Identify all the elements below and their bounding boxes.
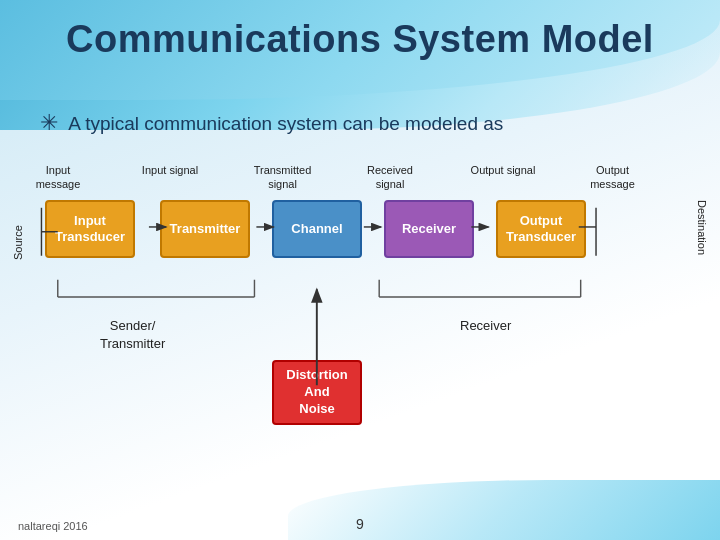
box-receiver: Receiver: [384, 200, 474, 258]
label-received-signal: Received signal: [355, 163, 425, 192]
box-output-transducer: Output Transducer: [496, 200, 586, 258]
label-input-message: Input message: [28, 163, 88, 192]
label-sender-transmitter: Sender/Transmitter: [100, 317, 165, 353]
footer-left: naltareqi 2016: [18, 520, 88, 532]
label-source: Source: [12, 200, 24, 260]
slide: Communications System Model ✳ A typical …: [0, 0, 720, 540]
subtitle-text: A typical communication system can be mo…: [68, 113, 503, 134]
box-input-transducer: Input Transducer: [45, 200, 135, 258]
label-input-signal: Input signal: [140, 163, 200, 177]
footer-page: 9: [356, 516, 364, 532]
bullet-icon: ✳: [40, 110, 58, 135]
box-channel: Channel: [272, 200, 362, 258]
label-receiver-bottom: Receiver: [460, 317, 511, 335]
slide-title: Communications System Model: [0, 18, 720, 61]
diagram-area: Input message Input signal Transmitted s…: [10, 155, 710, 510]
label-output-message: Output message: [575, 163, 650, 192]
box-transmitter: Transmitter: [160, 200, 250, 258]
label-output-signal: Output signal: [468, 163, 538, 177]
subtitle: ✳ A typical communication system can be …: [40, 110, 503, 136]
label-destination: Destination: [696, 200, 708, 260]
box-distortion-noise: DistortionAndNoise: [272, 360, 362, 425]
label-transmitted-signal: Transmitted signal: [245, 163, 320, 192]
